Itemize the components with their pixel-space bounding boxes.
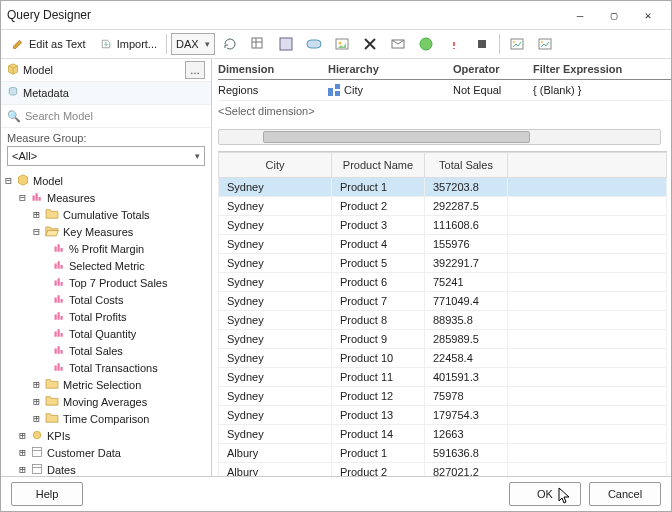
import-label: Import... (117, 38, 157, 50)
cell-product: Product 11 (332, 368, 425, 387)
toolbar-action-4[interactable] (301, 32, 327, 56)
filter-row[interactable]: Regions City Not Equal { (Blank) } (218, 80, 671, 101)
toolbar-action-3[interactable] (273, 32, 299, 56)
table-row[interactable]: SydneyProduct 4155976 (219, 235, 667, 254)
cube-icon (17, 174, 29, 188)
model-tree[interactable]: ⊟ Model ⊟ Measures ⊞ Cumulative Totals (1, 170, 211, 476)
minimize-button[interactable]: — (563, 5, 597, 25)
ok-button[interactable]: OK (509, 482, 581, 506)
table-row[interactable]: SydneyProduct 1357203.8 (219, 178, 667, 197)
col-city[interactable]: City (219, 153, 332, 178)
import-button[interactable]: Import... (93, 32, 162, 56)
tree-item[interactable]: Moving Averages (62, 396, 147, 408)
tree-measures: Measures (46, 192, 95, 204)
select-dimension-row[interactable]: <Select dimension> (218, 101, 671, 121)
toolbar-warn[interactable] (441, 32, 467, 56)
svg-rect-0 (252, 38, 262, 48)
expand-icon[interactable]: ⊞ (17, 446, 28, 459)
collapse-icon[interactable]: ⊟ (3, 174, 14, 187)
model-row[interactable]: Model … (1, 59, 211, 82)
table-row[interactable]: AlburyProduct 1591636.8 (219, 444, 667, 463)
tree-leaf[interactable]: Total Quantity (1, 325, 211, 342)
maximize-button[interactable]: ▢ (597, 5, 631, 25)
expand-icon[interactable]: ⊞ (17, 463, 28, 476)
measure-icon (53, 259, 65, 273)
toolbar-action-1[interactable] (217, 32, 243, 56)
tree-leaf[interactable]: Top 7 Product Sales (1, 274, 211, 291)
metadata-row[interactable]: Metadata (1, 82, 211, 105)
tree-leaf[interactable]: Total Costs (1, 291, 211, 308)
tree-leaf[interactable]: Total Sales (1, 342, 211, 359)
model-browse-button[interactable]: … (185, 61, 205, 79)
cancel-button[interactable]: Cancel (589, 482, 661, 506)
table-row[interactable]: SydneyProduct 675241 (219, 273, 667, 292)
filter-h-scrollbar[interactable] (218, 129, 661, 145)
tree-item[interactable]: Customer Data (46, 447, 121, 459)
tree-leaf[interactable]: % Profit Margin (1, 240, 211, 257)
expand-icon[interactable]: ⊞ (31, 395, 42, 408)
table-row[interactable]: AlburyProduct 2827021.2 (219, 463, 667, 477)
cell-sales: 179754.3 (425, 406, 508, 425)
toolbar-stop[interactable] (469, 32, 495, 56)
folder-icon (45, 395, 59, 408)
expand-icon[interactable]: ⊞ (31, 378, 42, 391)
table-row[interactable]: SydneyProduct 7771049.4 (219, 292, 667, 311)
tree-leaf[interactable]: Selected Metric (1, 257, 211, 274)
help-button[interactable]: Help (11, 482, 83, 506)
table-row[interactable]: SydneyProduct 11401591.3 (219, 368, 667, 387)
table-row[interactable]: SydneyProduct 888935.8 (219, 311, 667, 330)
toolbar-action-6[interactable] (385, 32, 411, 56)
svg-point-11 (513, 41, 515, 43)
expand-icon[interactable]: ⊞ (31, 412, 42, 425)
table-row[interactable]: SydneyProduct 1275978 (219, 387, 667, 406)
toolbar-view-1[interactable] (504, 32, 530, 56)
svg-rect-45 (33, 464, 42, 473)
search-model[interactable]: 🔍 Search Model (1, 105, 211, 128)
toolbar-run[interactable] (413, 32, 439, 56)
expand-icon[interactable]: ⊞ (17, 429, 28, 442)
measure-group-select[interactable]: <All> ▾ (7, 146, 205, 166)
close-button[interactable]: ✕ (631, 5, 665, 25)
toolbar-view-2[interactable] (532, 32, 558, 56)
table-row[interactable]: SydneyProduct 3111608.6 (219, 216, 667, 235)
filter-operator[interactable]: Not Equal (453, 84, 533, 96)
filter-expression[interactable]: { (Blank) } (533, 84, 671, 96)
table-row[interactable]: SydneyProduct 2292287.5 (219, 197, 667, 216)
toolbar-action-5[interactable] (329, 32, 355, 56)
tree-item[interactable]: Metric Selection (62, 379, 141, 391)
search-placeholder: Search Model (25, 110, 93, 122)
tree-item[interactable]: KPIs (46, 430, 70, 442)
result-grid[interactable]: City Product Name Total Sales SydneyProd… (218, 151, 667, 476)
tree-item[interactable]: Cumulative Totals (62, 209, 150, 221)
filter-hierarchy[interactable]: City (328, 84, 453, 96)
table-row[interactable]: SydneyProduct 13179754.3 (219, 406, 667, 425)
svg-rect-36 (55, 348, 57, 353)
tree-leaf[interactable]: Total Transactions (1, 359, 211, 376)
col-sales[interactable]: Total Sales (425, 153, 508, 178)
toolbar-action-2[interactable] (245, 32, 271, 56)
table-row[interactable]: SydneyProduct 9285989.5 (219, 330, 667, 349)
tree-item[interactable]: Key Measures (62, 226, 133, 238)
table-row[interactable]: SydneyProduct 1412663 (219, 425, 667, 444)
filter-dimension[interactable]: Regions (218, 84, 328, 96)
tree-item[interactable]: Dates (46, 464, 76, 476)
cell-city: Sydney (219, 216, 332, 235)
warning-icon (446, 36, 462, 52)
collapse-icon[interactable]: ⊟ (17, 191, 28, 204)
toolbar-delete[interactable] (357, 32, 383, 56)
svg-point-6 (338, 42, 341, 45)
tree-leaf[interactable]: Total Profits (1, 308, 211, 325)
cell-sales: 111608.6 (425, 216, 508, 235)
tree-item[interactable]: Time Comparison (62, 413, 149, 425)
edit-as-text-button[interactable]: Edit as Text (5, 32, 91, 56)
measure-icon (53, 361, 65, 375)
table-row[interactable]: SydneyProduct 5392291.7 (219, 254, 667, 273)
collapse-icon[interactable]: ⊟ (31, 225, 42, 238)
svg-rect-24 (55, 280, 57, 285)
svg-point-13 (541, 41, 543, 43)
edit-as-text-label: Edit as Text (29, 38, 86, 50)
expand-icon[interactable]: ⊞ (31, 208, 42, 221)
table-row[interactable]: SydneyProduct 1022458.4 (219, 349, 667, 368)
col-product[interactable]: Product Name (332, 153, 425, 178)
language-select[interactable]: DAX ▾ (171, 33, 215, 55)
